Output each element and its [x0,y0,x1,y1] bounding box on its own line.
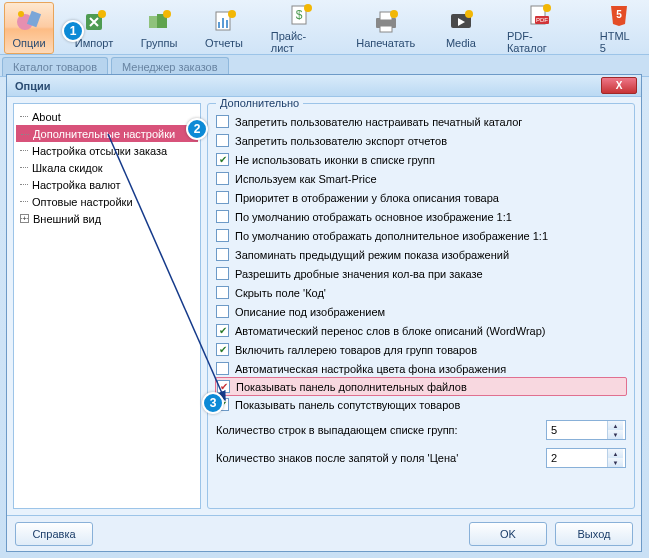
step-badge-3: 3 [202,392,224,414]
checkbox[interactable] [216,248,229,261]
step-badge-2: 2 [186,118,208,140]
svg-rect-9 [218,22,220,28]
close-button[interactable]: X [601,77,637,94]
tree-discount-scale[interactable]: Шкала скидок [16,159,198,176]
option-label: Включить галлерею товаров для групп това… [235,344,477,356]
toolbar-pdf[interactable]: PDF PDF-Каталог [500,2,579,54]
option-row[interactable]: Скрыть поле 'Код' [216,283,626,302]
toolbar-label: Прайс-лист [271,30,329,54]
spin-price-decimals[interactable]: ▲▼ [546,448,626,468]
checkbox[interactable] [216,153,229,166]
checkbox[interactable] [216,191,229,204]
toolbar-label: PDF-Каталог [507,30,572,54]
svg-point-12 [228,10,236,18]
step-badge-1: 1 [62,20,84,42]
svg-point-26 [543,4,551,12]
svg-point-22 [465,10,473,18]
toolbar-html5[interactable]: 5 HTML 5 [593,2,645,54]
checkbox[interactable] [216,343,229,356]
checkbox[interactable] [217,380,230,393]
spin-up-icon[interactable]: ▲ [608,421,623,430]
option-row[interactable]: Запретить пользователю настраивать печат… [216,112,626,131]
checkbox[interactable] [216,134,229,147]
toolbar-label: Media [446,37,476,49]
spin-down-icon[interactable]: ▼ [608,458,623,467]
toolbar-label: Отчеты [205,37,243,49]
option-row[interactable]: Показывать панель дополнительных файлов [215,377,627,396]
option-label: Показывать панель дополнительных файлов [236,381,467,393]
dialog-title: Опции [15,80,51,92]
option-row[interactable]: Запретить пользователю экспорт отчетов [216,131,626,150]
checkbox[interactable] [216,324,229,337]
option-row[interactable]: Используем как Smart-Price [216,169,626,188]
option-label: Автоматическая настройка цвета фона изоб… [235,363,506,375]
spin-up-icon[interactable]: ▲ [608,449,623,458]
tree-wholesale[interactable]: Оптовые настройки [16,193,198,210]
svg-rect-11 [226,20,228,28]
svg-text:5: 5 [616,9,622,20]
option-row[interactable]: Описание под изображением [216,302,626,321]
pricelist-icon: $ [286,2,314,28]
option-row[interactable]: Автоматическая настройка цвета фона изоб… [216,359,626,378]
option-row[interactable]: Автоматический перенос слов в блоке опис… [216,321,626,340]
option-label: Приоритет в отображении у блока описания… [235,192,499,204]
spin-input[interactable] [547,449,607,467]
pdf-icon: PDF [525,2,553,28]
toolbar-label: HTML 5 [600,30,638,54]
toolbar-print[interactable]: Напечатать [350,2,422,54]
option-row[interactable]: Запоминать предыдущий режим показа изобр… [216,245,626,264]
option-row[interactable]: По умолчанию отображать дополнительное и… [216,226,626,245]
option-row[interactable]: Разрешить дробные значения кол-ва при за… [216,264,626,283]
ok-button[interactable]: OK [469,522,547,546]
toolbar-label: Опции [12,37,45,49]
toolbar-groups[interactable]: Группы [134,2,184,54]
svg-point-2 [18,11,24,17]
spin-label-rows: Количество строк в выпадающем списке гру… [216,424,546,436]
checkbox[interactable] [216,172,229,185]
checkbox[interactable] [216,362,229,375]
checkbox[interactable] [216,267,229,280]
checkbox[interactable] [216,115,229,128]
option-row[interactable]: Не использовать иконки в списке групп [216,150,626,169]
toolbar-pricelist[interactable]: $ Прайс-лист [264,2,336,54]
option-label: Запретить пользователю экспорт отчетов [235,135,447,147]
toolbar-label: Напечатать [356,37,415,49]
spin-down-icon[interactable]: ▼ [608,430,623,439]
option-row[interactable]: По умолчанию отображать основное изображ… [216,207,626,226]
toolbar-options[interactable]: Опции [4,2,54,54]
dialog-footer: Справка OK Выход [7,515,641,551]
tree-order-sending[interactable]: Настройка отсылки заказа [16,142,198,159]
expand-icon[interactable]: + [20,214,29,223]
option-label: Запретить пользователю настраивать печат… [235,116,522,128]
checkbox[interactable] [216,286,229,299]
option-label: По умолчанию отображать дополнительное и… [235,230,548,242]
toolbar-media[interactable]: Media [436,2,486,54]
spin-group-rows[interactable]: ▲▼ [546,420,626,440]
checkbox[interactable] [216,210,229,223]
svg-rect-10 [222,18,224,28]
help-button[interactable]: Справка [15,522,93,546]
reports-icon [210,7,238,35]
option-label: Описание под изображением [235,306,385,318]
options-dialog: Опции X About Дополнительные настройки Н… [6,74,642,552]
import-icon [80,7,108,35]
tree-about[interactable]: About [16,108,198,125]
option-row[interactable]: Включить галлерею товаров для групп това… [216,340,626,359]
print-icon [372,7,400,35]
tree-advanced-settings[interactable]: Дополнительные настройки [16,125,198,142]
spin-input[interactable] [547,421,607,439]
tree-currency[interactable]: Настройка валют [16,176,198,193]
option-row[interactable]: Показывать панель сопутствующих товаров [216,395,626,414]
options-icon [15,7,43,35]
tree-appearance[interactable]: + Внешний вид [16,210,198,227]
main-toolbar: Опции Импорт Группы Отчеты $ Прайс-лист … [0,0,649,55]
exit-button[interactable]: Выход [555,522,633,546]
option-label: Запоминать предыдущий режим показа изобр… [235,249,509,261]
checkbox[interactable] [216,305,229,318]
toolbar-label: Группы [141,37,178,49]
advanced-group: Дополнительно Запретить пользователю нас… [207,103,635,509]
checkbox[interactable] [216,229,229,242]
html5-icon: 5 [605,2,633,28]
toolbar-reports[interactable]: Отчеты [198,2,250,54]
option-row[interactable]: Приоритет в отображении у блока описания… [216,188,626,207]
